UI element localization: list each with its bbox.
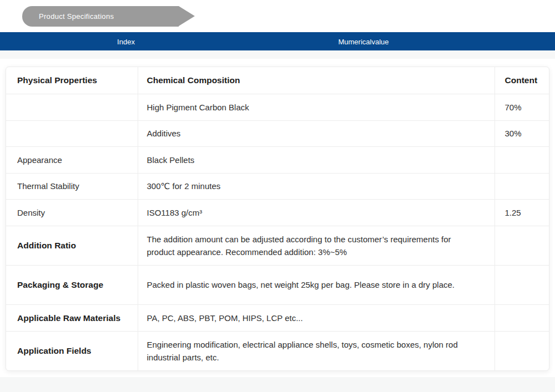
content-cell [495,146,549,173]
property-cell: Applicable Raw Materials [6,304,138,331]
composition-cell: Black Pellets [138,146,495,173]
composition-cell: Packed in plastic woven bags, net weight… [138,265,495,304]
property-cell: Density [6,199,138,226]
composition-cell: ISO1183 g/cm³ [138,199,495,226]
table-row: Additives 30% [6,120,549,146]
content-cell: 70% [495,94,549,120]
table-row: Density ISO1183 g/cm³ 1.25 [6,199,549,226]
table-row: Applicable Raw Materials PA, PC, ABS, PB… [6,304,549,331]
banner-label: Product Specifications [39,12,114,21]
index-value-header-bar: Index Mumericalvalue [0,32,555,50]
property-cell: Application Fields [6,331,138,370]
product-specifications-banner: Product Specifications [22,6,179,27]
composition-cell: Additives [138,120,495,146]
specifications-table-card: Physical Properties Chemical Composition… [6,67,549,371]
arrow-right-icon [179,6,195,26]
divider-band-top [0,50,555,59]
property-cell [6,120,138,146]
table-header-row: Physical Properties Chemical Composition… [6,67,549,94]
table-row: Appearance Black Pellets [6,146,549,173]
composition-cell: High Pigment Carbon Black [138,94,495,120]
content-cell [495,265,549,304]
specifications-table: Physical Properties Chemical Composition… [6,67,549,370]
column-header-content: Content [495,67,549,94]
column-header-chemical-composition: Chemical Composition [138,67,495,94]
divider-band-bottom [0,377,555,392]
content-cell [495,226,549,265]
column-header-physical-properties: Physical Properties [6,67,138,94]
table-row: Application Fields Engineering modificat… [6,331,549,370]
table-row: High Pigment Carbon Black 70% [6,94,549,120]
composition-cell: 300℃ for 2 minutes [138,173,495,199]
property-cell: Thermal Stability [6,173,138,199]
index-column-label: Index [117,37,135,45]
property-cell: Addition Ratio [6,226,138,265]
composition-cell: Engineering modification, electrical app… [138,331,495,370]
composition-cell: PA, PC, ABS, PBT, POM, HIPS, LCP etc... [138,304,495,331]
content-cell [495,173,549,199]
content-cell [495,304,549,331]
table-row: Addition Ratio The addition amount can b… [6,226,549,265]
content-cell: 30% [495,120,549,146]
property-cell: Packaging & Storage [6,265,138,304]
composition-cell: The addition amount can be adjusted acco… [138,226,495,265]
property-cell [6,94,138,120]
numerical-value-column-label: Mumericalvalue [338,37,389,45]
table-row: Thermal Stability 300℃ for 2 minutes [6,173,549,199]
property-cell: Appearance [6,146,138,173]
table-row: Packaging & Storage Packed in plastic wo… [6,265,549,304]
content-cell: 1.25 [495,199,549,226]
content-cell [495,331,549,370]
